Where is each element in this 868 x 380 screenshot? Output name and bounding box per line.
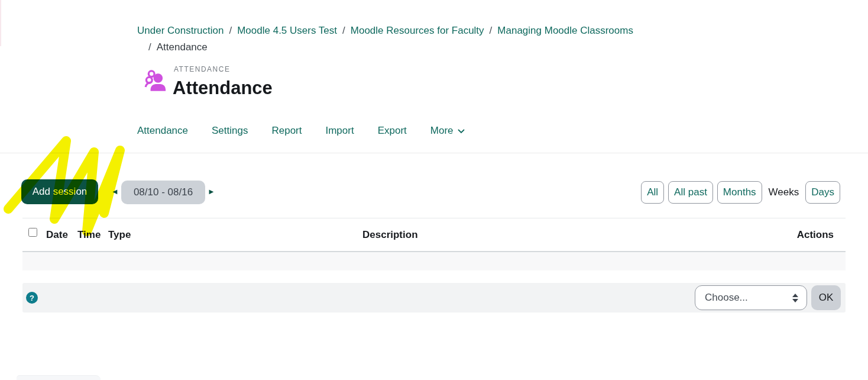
tab-more[interactable]: More [430,125,465,137]
next-week-arrow[interactable]: ► [208,186,215,198]
tab-export[interactable]: Export [378,125,407,137]
select-arrows-icon [792,294,798,302]
tab-export-label: Export [378,125,407,137]
previous-week-arrow[interactable]: ◄ [111,186,119,198]
tab-attendance-label: Attendance [137,125,188,137]
tab-import-label: Import [325,125,354,137]
sessions-table-header: Date Time Type Description Actions [22,218,846,252]
column-header-description: Description [362,229,418,241]
tab-report[interactable]: Report [271,125,302,137]
bulk-action-select-value: Choose... [705,292,792,304]
tab-import[interactable]: Import [325,125,354,137]
column-header-time: Time [77,229,101,241]
header-divider [0,153,868,153]
column-header-date: Date [46,229,68,241]
breadcrumb-separator: / [342,25,345,36]
left-edge-artifact [0,0,1,46]
help-icon[interactable]: ? [26,292,38,304]
bulk-actions-bar: ? Choose... OK [22,283,846,313]
select-all-checkbox-cell [28,228,37,240]
breadcrumb-separator: / [148,41,151,53]
view-weeks-current: Weeks [769,186,799,198]
date-range-selector[interactable]: 08/10 - 08/16 [121,181,205,204]
column-header-type: Type [108,229,131,241]
select-all-checkbox[interactable] [28,228,37,237]
breadcrumb-separator: / [490,25,493,36]
activity-type-label: ATTENDANCE [174,65,230,73]
add-session-button[interactable]: Add session [21,179,98,204]
breadcrumb-current-page: Attendance [157,41,208,53]
breadcrumb-link-section[interactable]: Moodle Resources for Faculty [351,25,484,36]
breadcrumb-link-course-category[interactable]: Under Construction [137,25,224,36]
view-days-button[interactable]: Days [805,181,840,204]
tab-settings[interactable]: Settings [212,125,248,137]
breadcrumb: Under Construction/Moodle 4.5 Users Test… [137,22,633,56]
view-filter-group: All All past Months Weeks Days [641,181,840,204]
breadcrumb-link-topic[interactable]: Managing Moodle Classrooms [497,25,633,36]
tab-attendance[interactable]: Attendance [137,125,188,137]
breadcrumb-separator: / [229,25,232,36]
view-months-button[interactable]: Months [717,181,762,204]
cutoff-element-bottom-left [17,375,101,380]
secondary-navigation: Attendance Settings Report Import Export… [137,125,465,137]
view-all-button[interactable]: All [641,181,664,204]
view-all-past-button[interactable]: All past [668,181,713,204]
sessions-table: Date Time Type Description Actions [22,218,846,270]
empty-table-row [22,252,846,270]
column-header-actions: Actions [797,229,834,241]
breadcrumb-link-course[interactable]: Moodle 4.5 Users Test [237,25,337,36]
bulk-action-select[interactable]: Choose... [695,285,807,310]
chevron-down-icon [458,129,465,134]
attendance-page: Under Construction/Moodle 4.5 Users Test… [0,0,868,380]
attendance-people-icon [144,69,168,93]
tab-more-label: More [430,125,454,137]
page-title: Attendance [173,78,273,99]
ok-button[interactable]: OK [811,285,841,310]
tab-settings-label: Settings [212,125,248,137]
tab-report-label: Report [271,125,302,137]
